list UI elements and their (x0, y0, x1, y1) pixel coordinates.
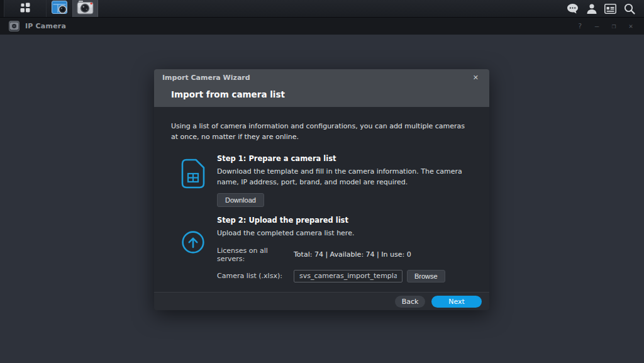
restore-button[interactable]: ❐ (609, 22, 618, 30)
dialog-close-icon[interactable]: ✕ (470, 72, 481, 83)
step2-section: Step 2: Upload the prepared list Upload … (171, 216, 472, 282)
back-button[interactable]: Back (395, 296, 425, 308)
browse-button[interactable]: Browse (407, 270, 445, 282)
dialog-body: Using a list of camera information and c… (154, 107, 489, 292)
user-icon[interactable] (586, 3, 597, 14)
taskbar (0, 0, 644, 18)
search-icon[interactable] (623, 3, 635, 14)
camera-list-label: Camera list (.xlsx): (217, 272, 294, 280)
window-title: IP Camera (25, 22, 66, 30)
chat-icon[interactable] (567, 3, 579, 14)
step2-title: Step 2: Upload the prepared list (217, 216, 467, 225)
dialog-footer: Back Next (154, 292, 489, 310)
minimize-button[interactable]: — (592, 22, 601, 30)
widgets-icon[interactable] (604, 3, 616, 14)
window-controls: ? — ❐ ✕ (575, 22, 635, 30)
window-close-button[interactable]: ✕ (626, 22, 635, 30)
window-camera-icon (9, 21, 19, 31)
dialog-title: Import Camera Wizard (162, 74, 250, 82)
help-button[interactable]: ? (575, 22, 584, 30)
step1-section: Step 1: Prepare a camera list Download t… (171, 154, 472, 207)
main-menu-grid-icon (20, 3, 30, 15)
licenses-label: Licenses on all servers: (217, 247, 294, 263)
step1-title: Step 1: Prepare a camera list (217, 154, 467, 163)
import-camera-wizard-dialog: Import Camera Wizard ✕ Import from camer… (154, 69, 489, 310)
spreadsheet-file-icon (181, 159, 205, 207)
dialog-page-title: Import from camera list (154, 86, 489, 107)
taskbar-edge (0, 0, 4, 17)
main-menu-button[interactable] (4, 0, 47, 17)
dialog-titlebar[interactable]: Import Camera Wizard ✕ (154, 69, 489, 86)
download-button[interactable]: Download (217, 193, 264, 207)
licenses-value: Total: 74 | Available: 74 | In use: 0 (294, 250, 411, 259)
taskbar-app-monitor-center[interactable] (47, 0, 72, 17)
taskbar-app-ip-camera[interactable] (72, 0, 98, 17)
upload-circle-icon (181, 230, 205, 282)
camera-list-file-input[interactable] (294, 270, 402, 282)
step1-description: Download the template and fill in the ca… (217, 167, 467, 187)
next-button[interactable]: Next (431, 296, 482, 308)
monitor-center-icon (52, 1, 67, 16)
intro-text: Using a list of camera information and c… (171, 121, 468, 142)
window-titlebar: IP Camera ? — ❐ ✕ (0, 18, 644, 35)
ip-camera-icon (77, 0, 94, 17)
window-content: Import Camera Wizard ✕ Import from camer… (0, 35, 644, 363)
taskbar-right-icons (567, 0, 644, 17)
step2-description: Upload the completed camera list here. (217, 228, 467, 239)
camera-list-row: Camera list (.xlsx): Browse (217, 270, 467, 282)
licenses-row: Licenses on all servers: Total: 74 | Ava… (217, 247, 467, 263)
screen: IP Camera ? — ❐ ✕ Import Camera Wizard ✕… (0, 0, 644, 363)
